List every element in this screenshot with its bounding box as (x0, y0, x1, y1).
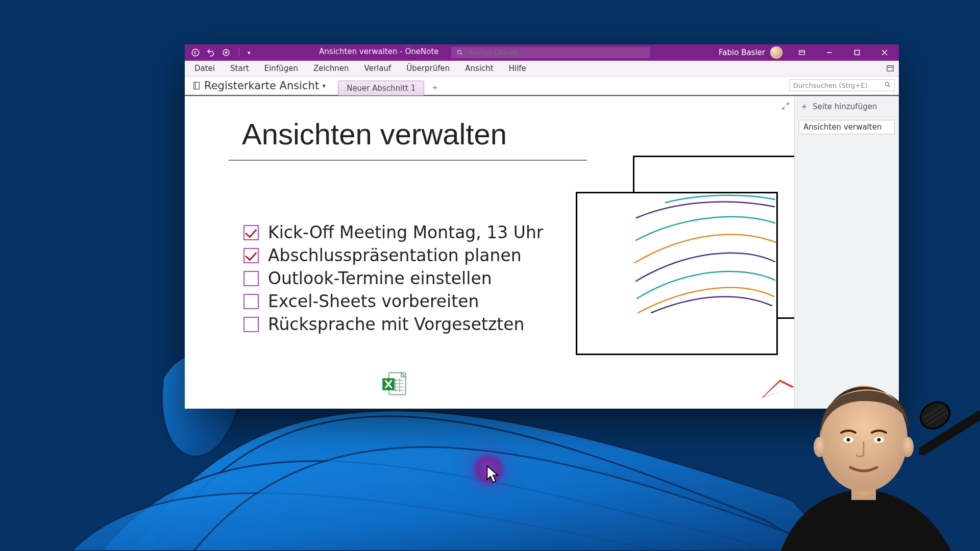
page-search-placeholder: Durchsuchen (Strg+E) (793, 82, 867, 89)
note-canvas[interactable]: Ansichten verwalten Kick-Off Meeting Mon… (185, 96, 794, 409)
app-body: Ansichten verwalten Kick-Off Meeting Mon… (185, 96, 899, 409)
ribbon-tab-zeichnen[interactable]: Zeichnen (306, 61, 357, 76)
checkbox[interactable] (243, 225, 259, 240)
ribbon-tab-start[interactable]: Start (223, 61, 257, 76)
search-icon (884, 81, 891, 90)
section-tab-label: Neuer Abschnitt 1 (347, 84, 415, 93)
ribbon-mode-icon[interactable] (791, 44, 813, 61)
page-title-rule (229, 160, 587, 161)
minimize-button[interactable] (818, 44, 841, 61)
add-section-button[interactable]: ＋ (428, 82, 442, 93)
checkbox[interactable] (243, 317, 259, 332)
search-box[interactable] (451, 47, 650, 58)
todo-item: Abschlusspräsentation planen (243, 244, 543, 267)
todo-list[interactable]: Kick-Off Meeting Montag, 13 Uhr Abschlus… (243, 221, 543, 336)
ribbon-tab-hilfe[interactable]: Hilfe (501, 61, 534, 76)
onenote-window: ▾ Ansichten verwalten - OneNote Fabio Ba… (185, 44, 899, 409)
checkbox[interactable] (243, 248, 259, 263)
search-icon (456, 49, 463, 56)
todo-item: Excel-Sheets vorbereiten (243, 290, 543, 313)
section-tab[interactable]: Neuer Abschnitt 1 (338, 81, 424, 95)
add-page-label: Seite hinzufügen (813, 102, 877, 111)
user-name[interactable]: Fabio Basler (719, 48, 765, 57)
ribbon-tab-verlauf[interactable]: Verlauf (357, 61, 399, 76)
svg-rect-5 (799, 51, 805, 55)
todo-text[interactable]: Abschlusspräsentation planen (268, 244, 522, 267)
page-title[interactable]: Ansichten verwalten (242, 117, 507, 151)
svg-rect-6 (855, 51, 860, 55)
ribbon-tab-einfuegen[interactable]: Einfügen (257, 61, 306, 76)
page-entry[interactable]: Ansichten verwalten (799, 120, 895, 134)
touch-mode-icon[interactable] (222, 48, 231, 57)
ribbon-tab-ansicht[interactable]: Ansicht (457, 61, 501, 76)
qat-customize-icon[interactable]: ▾ (248, 49, 251, 56)
svg-point-9 (885, 82, 889, 86)
undo-icon[interactable] (206, 48, 215, 57)
back-icon[interactable] (191, 48, 200, 57)
page-search[interactable]: Durchsuchen (Strg+E) (790, 79, 895, 91)
checkbox[interactable] (243, 271, 259, 286)
todo-item: Rücksprache mit Vorgesetzten (243, 313, 543, 336)
ribbon-collapse-icon[interactable] (885, 63, 896, 74)
pages-panel: ＋ Seite hinzufügen Ansichten verwalten (794, 96, 899, 409)
svg-rect-8 (194, 82, 200, 89)
ribbon-tab-datei[interactable]: Datei (187, 61, 223, 76)
svg-point-1 (192, 49, 199, 56)
search-input[interactable] (468, 48, 645, 57)
ink-scribble[interactable] (634, 194, 777, 315)
notebook-name: Registerkarte Ansicht (204, 80, 319, 92)
page-entry-label: Ansichten verwalten (803, 122, 881, 132)
excel-file-icon[interactable] (381, 370, 408, 397)
notebook-nav: Registerkarte Ansicht ▾ Neuer Abschnitt … (185, 77, 899, 96)
close-button[interactable] (873, 44, 896, 61)
add-page-button[interactable]: ＋ Seite hinzufügen (795, 96, 899, 117)
ribbon-tab-ueberpruefen[interactable]: Überprüfen (399, 61, 457, 76)
qat-separator (239, 48, 239, 57)
svg-point-3 (226, 52, 227, 54)
chevron-down-icon: ▾ (322, 82, 326, 90)
avatar[interactable] (770, 46, 782, 59)
todo-text[interactable]: Excel-Sheets vorbereiten (268, 290, 479, 313)
plus-icon: ＋ (800, 101, 808, 112)
todo-item: Kick-Off Meeting Montag, 13 Uhr (243, 221, 543, 244)
window-title: Ansichten verwalten - OneNote (319, 47, 438, 58)
ribbon-tabs: Datei Start Einfügen Zeichnen Verlauf Üb… (185, 61, 899, 77)
expand-page-icon[interactable] (781, 102, 790, 111)
todo-text[interactable]: Rücksprache mit Vorgesetzten (268, 313, 525, 336)
todo-item: Outlook-Termine einstellen (243, 267, 543, 290)
microphone (919, 394, 980, 455)
svg-rect-7 (887, 66, 893, 71)
arrow-shape[interactable] (762, 380, 794, 398)
notebook-icon (192, 81, 201, 91)
todo-text[interactable]: Kick-Off Meeting Montag, 13 Uhr (268, 221, 543, 244)
todo-text[interactable]: Outlook-Termine einstellen (268, 267, 492, 290)
svg-point-4 (457, 50, 461, 54)
titlebar[interactable]: ▾ Ansichten verwalten - OneNote Fabio Ba… (185, 44, 899, 61)
maximize-button[interactable] (846, 44, 868, 61)
cursor-icon (486, 465, 500, 484)
checkbox[interactable] (243, 294, 259, 309)
notebook-dropdown[interactable]: Registerkarte Ansicht ▾ (189, 78, 331, 95)
